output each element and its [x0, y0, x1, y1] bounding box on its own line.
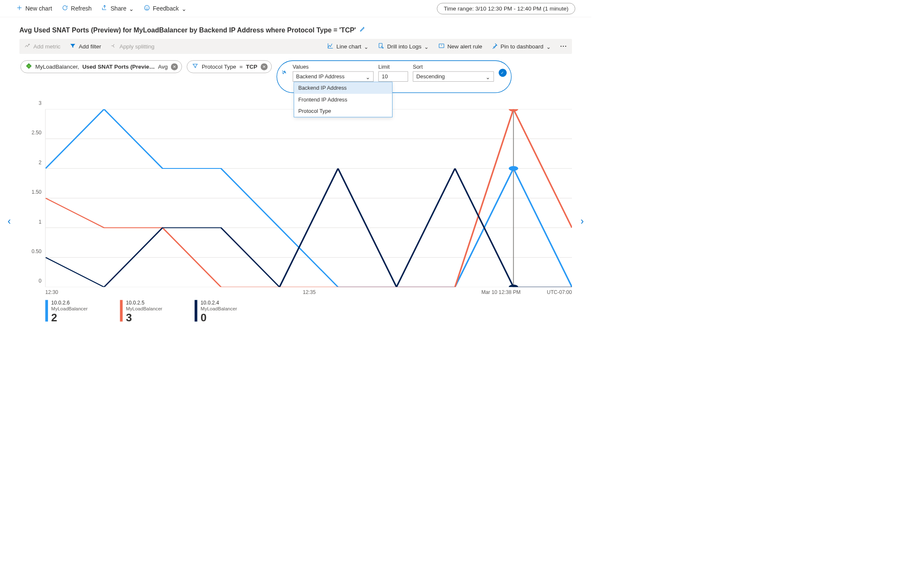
x-hover-label: Mar 10 12:38 PM [481, 289, 521, 295]
logs-icon [378, 43, 385, 51]
navchev-right[interactable]: › [581, 216, 584, 227]
chevron-down-icon: ⌄ [364, 44, 369, 50]
chart-title: Avg Used SNAT Ports (Preview) for MyLoad… [19, 24, 572, 39]
plot-canvas[interactable] [45, 109, 572, 287]
legend-resource: MyLoadBalancer [200, 306, 237, 311]
drill-logs-button[interactable]: Drill into Logs ⌄ [378, 43, 429, 51]
svg-point-0 [144, 5, 150, 10]
add-metric-button[interactable]: Add metric [24, 43, 61, 51]
dropdown-option[interactable]: Protocol Type [294, 105, 392, 117]
x-axis: 12:30 12:35 Mar 10 12:38 PM UTC-07:00 [19, 287, 572, 295]
share-label: Share [110, 5, 126, 12]
limit-label: Limit [378, 64, 408, 70]
add-metric-label: Add metric [33, 43, 60, 49]
sort-selected: Descending [417, 73, 445, 80]
filter-chip[interactable]: Protocol Type = TCP ✕ [187, 60, 272, 73]
alert-icon [438, 43, 444, 51]
y-tick: 1 [39, 219, 42, 225]
legend-value: 2 [51, 312, 88, 324]
chevron-down-icon: ⌄ [129, 5, 134, 13]
add-filter-button[interactable]: Add filter [69, 43, 101, 51]
y-axis: 0 0.50 1 1.50 2 2.50 3 [19, 109, 45, 287]
dropdown-option[interactable]: Frontend IP Address [294, 94, 392, 106]
time-range-selector[interactable]: Time range: 3/10 12:30 PM - 12:40 PM (1 … [437, 3, 575, 14]
legend-item[interactable]: 10.0.2.6 MyLoadBalancer 2 [45, 300, 88, 323]
y-tick: 2.50 [32, 130, 42, 136]
legend-item[interactable]: 10.0.2.4 MyLoadBalancer 0 [195, 300, 237, 323]
share-icon [101, 5, 108, 13]
feedback-icon [144, 5, 150, 13]
new-alert-label: New alert rule [447, 43, 482, 49]
linechart-icon [327, 43, 334, 51]
refresh-label: Refresh [71, 5, 91, 12]
refresh-button[interactable]: Refresh [62, 5, 92, 13]
filter-icon [192, 63, 198, 71]
x-timezone: UTC-07:00 [547, 289, 572, 295]
metric-chip-resource: MyLoadBalancer, [35, 64, 79, 70]
values-select[interactable]: Backend IP Address ⌄ [293, 72, 374, 82]
legend-ip: 10.0.2.4 [200, 300, 237, 306]
svg-point-2 [147, 7, 148, 8]
chart-title-text: Avg Used SNAT Ports (Preview) for MyLoad… [19, 26, 356, 34]
legend: 10.0.2.6 MyLoadBalancer 2 10.0.2.5 MyLoa… [19, 295, 572, 324]
values-label: Values [293, 64, 374, 70]
chart-type-label: Line chart [336, 43, 361, 49]
more-menu-button[interactable]: ··· [560, 43, 567, 50]
dropdown-option[interactable]: Backend IP Address [294, 82, 392, 94]
chart-type-select[interactable]: Line chart ⌄ [327, 43, 369, 51]
chevron-down-icon: ⌄ [424, 44, 429, 50]
legend-item[interactable]: 10.0.2.5 MyLoadBalancer 3 [120, 300, 163, 323]
chevron-down-icon: ⌄ [366, 74, 370, 80]
top-command-bar: New chart Refresh Share ⌄ Feedback ⌄ Tim… [0, 0, 591, 17]
legend-ip: 10.0.2.6 [51, 300, 88, 306]
apply-split-button[interactable]: ✓ [499, 69, 507, 77]
pin-dashboard-button[interactable]: Pin to dashboard ⌄ [491, 43, 551, 51]
resource-icon [26, 63, 32, 71]
metric-chip-name: Used SNAT Ports (Previe… [82, 64, 155, 70]
filter-icon [69, 43, 76, 51]
pin-icon [491, 43, 498, 51]
split-config-panel: Values Backend IP Address ⌄ Limit 10 Sor… [276, 60, 511, 93]
config-chips-row: MyLoadBalancer, Used SNAT Ports (Previe…… [19, 60, 572, 93]
pin-dashboard-label: Pin to dashboard [501, 43, 544, 49]
split-icon [281, 69, 288, 76]
legend-resource: MyLoadBalancer [126, 306, 162, 311]
split-icon [110, 43, 117, 51]
svg-point-1 [146, 7, 146, 8]
remove-filter-icon[interactable]: ✕ [261, 63, 268, 70]
limit-value: 10 [382, 73, 388, 80]
metric-chip[interactable]: MyLoadBalancer, Used SNAT Ports (Previe…… [21, 60, 182, 73]
svg-rect-3 [379, 43, 382, 48]
edit-title-icon[interactable] [359, 26, 366, 34]
remove-metric-icon[interactable]: ✕ [171, 63, 178, 70]
sort-select[interactable]: Descending ⌄ [413, 72, 494, 82]
refresh-icon [62, 5, 68, 13]
chevron-down-icon: ⌄ [486, 74, 490, 80]
y-tick: 0.50 [32, 248, 42, 254]
metric-chip-agg: Avg [158, 64, 168, 70]
feedback-label: Feedback [153, 5, 179, 12]
navchev-left[interactable]: ‹ [8, 216, 11, 227]
feedback-button[interactable]: Feedback ⌄ [144, 5, 187, 13]
legend-value: 0 [200, 312, 237, 324]
add-metric-icon [24, 43, 31, 51]
filter-chip-val: TCP [246, 64, 257, 70]
filter-chip-op: = [240, 64, 243, 70]
hover-dot [509, 109, 518, 112]
chevron-down-icon: ⌄ [182, 5, 187, 13]
apply-splitting-label: Apply splitting [120, 43, 155, 49]
new-chart-button[interactable]: New chart [16, 5, 52, 13]
add-filter-label: Add filter [79, 43, 101, 49]
limit-input[interactable]: 10 [378, 72, 408, 82]
legend-resource: MyLoadBalancer [51, 306, 88, 311]
y-tick: 1.50 [32, 189, 42, 195]
x-tick: 12:35 [303, 289, 477, 295]
drill-logs-label: Drill into Logs [387, 43, 421, 49]
new-alert-button[interactable]: New alert rule [438, 43, 482, 51]
legend-ip: 10.0.2.5 [126, 300, 162, 306]
plus-icon [16, 5, 22, 13]
sort-label: Sort [413, 64, 494, 70]
hover-dot [509, 166, 518, 171]
share-button[interactable]: Share ⌄ [101, 5, 134, 13]
apply-splitting-button[interactable]: Apply splitting [110, 43, 155, 51]
